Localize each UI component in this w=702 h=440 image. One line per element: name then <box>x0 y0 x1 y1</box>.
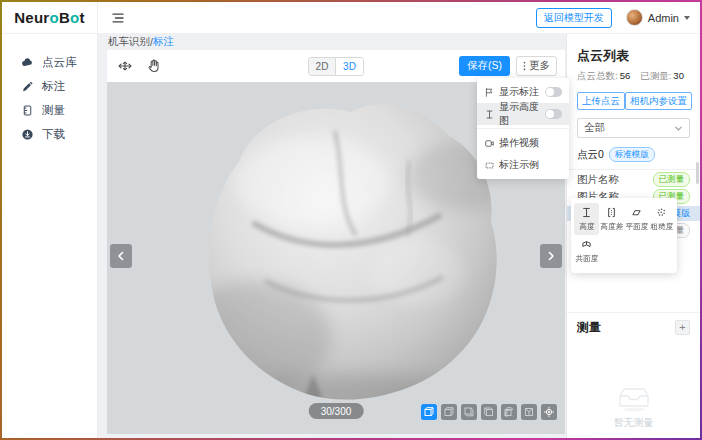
tool-height[interactable]: 高度 <box>574 203 599 235</box>
cloud-icon <box>21 56 34 69</box>
logo: NeuroBot <box>2 2 98 33</box>
prev-image-button[interactable] <box>110 244 132 268</box>
ruler-icon <box>21 104 34 117</box>
user-avatar <box>626 9 643 26</box>
move-tool-icon[interactable] <box>117 58 133 74</box>
dashed-rect-icon <box>484 160 495 171</box>
menu-item-annotation-example[interactable]: 标注示例 <box>477 154 569 176</box>
app-window: NeuroBot 返回模型开发 Admin 点云库 标注 <box>2 2 700 438</box>
view-cube-button-active[interactable] <box>421 404 437 420</box>
image-name: 图片名称 <box>577 173 619 187</box>
chevron-right-icon <box>546 251 556 261</box>
add-measurement-button[interactable]: + <box>675 320 690 335</box>
sidebar-item-label: 标注 <box>42 79 65 94</box>
measure-title: 测量 <box>577 319 601 336</box>
view-mode-toggle: 2D 3D <box>308 57 364 76</box>
sidebar-item-annotate[interactable]: 标注 <box>2 74 97 98</box>
image-list-item[interactable]: 图片名称 已测量 <box>567 172 700 187</box>
upload-pointcloud-button[interactable]: 上传点云 <box>577 92 625 110</box>
sidebar-item-label: 下载 <box>42 127 65 142</box>
cube-icon <box>483 406 495 418</box>
breadcrumb: 机车识别 / 标注 <box>98 34 566 50</box>
header-bar: 返回模型开发 Admin <box>98 2 700 33</box>
sidebar-item-label: 测量 <box>42 103 65 118</box>
menu-item-label: 操作视频 <box>499 136 539 150</box>
vertical-ellipsis-icon <box>523 61 526 71</box>
sidebar-item-download[interactable]: 下载 <box>2 122 97 146</box>
filter-selected-value: 全部 <box>584 121 605 135</box>
flag-icon <box>484 87 495 98</box>
user-menu[interactable]: Admin <box>626 9 690 26</box>
breadcrumb-parent[interactable]: 机车识别 <box>108 35 150 49</box>
chevron-down-icon <box>684 16 690 20</box>
measure-tools-popup: 高度 高度差 平面度 粗糙度 共面度 <box>571 198 677 273</box>
height-ibeam-icon <box>580 206 593 219</box>
menu-item-label: 标注示例 <box>499 158 539 172</box>
view-cube-button-4[interactable] <box>481 404 497 420</box>
list-scrollbar[interactable] <box>696 162 699 184</box>
panel-title: 点云列表 <box>567 47 700 65</box>
top-header: NeuroBot 返回模型开发 Admin <box>2 2 700 34</box>
tool-roughness[interactable]: 粗糙度 <box>649 203 674 235</box>
view-orientation-bar <box>421 404 557 420</box>
save-button[interactable]: 保存(S) <box>459 56 510 76</box>
chevron-left-icon <box>116 251 126 261</box>
tool-height-diff[interactable]: 高度差 <box>599 203 624 235</box>
logo-text: NeuroBot <box>14 9 85 26</box>
menu-item-operation-video[interactable]: 操作视频 <box>477 132 569 154</box>
cube-icon <box>443 406 455 418</box>
view-3d-button[interactable]: 3D <box>336 58 363 75</box>
panel-stats: 点云总数:56 已测量:30 <box>567 70 700 83</box>
menu-item-label: 显示高度图 <box>499 100 541 128</box>
filter-select[interactable]: 全部 <box>577 118 690 138</box>
filter-wrap: 全部 <box>567 110 700 138</box>
empty-state: 暂无测量 <box>567 383 700 438</box>
header-right: 返回模型开发 Admin <box>536 8 690 28</box>
pan-hand-tool-icon[interactable] <box>146 58 162 74</box>
view-2d-button[interactable]: 2D <box>309 58 336 75</box>
height-ibeam-icon <box>484 109 495 120</box>
pointcloud-name: 点云0 <box>577 148 604 162</box>
view-cube-button-2[interactable] <box>441 404 457 420</box>
template-badge: 标准模版 <box>609 147 655 162</box>
more-button[interactable]: 更多 <box>516 56 557 76</box>
user-name: Admin <box>648 12 679 24</box>
sidebar: 点云库 标注 测量 下载 <box>2 34 98 438</box>
panel-buttons: 上传点云 相机内参设置 <box>567 92 700 110</box>
tool-coplanarity[interactable]: 共面度 <box>574 235 599 267</box>
show-heightmap-toggle-off[interactable] <box>545 109 562 119</box>
cube-icon <box>503 406 515 418</box>
show-annotation-toggle-off[interactable] <box>545 87 562 97</box>
pointcloud-item[interactable]: 点云0 标准模版 <box>567 147 700 170</box>
total-stat: 点云总数:56 <box>577 70 630 83</box>
measured-badge: 已测量 <box>653 172 691 187</box>
empty-text: 暂无测量 <box>614 416 654 430</box>
cube-icon <box>463 406 475 418</box>
next-image-button[interactable] <box>540 244 562 268</box>
page-indicator: 30/300 <box>309 403 364 419</box>
height-diff-icon <box>605 206 618 219</box>
menu-item-show-heightmap[interactable]: 显示高度图 <box>477 103 569 125</box>
empty-box-icon <box>614 383 654 413</box>
view-cube-button-3[interactable] <box>461 404 477 420</box>
sidebar-item-pointcloud-library[interactable]: 点云库 <box>2 50 97 74</box>
collapse-menu-icon[interactable] <box>110 10 126 26</box>
more-dropdown-menu: 显示标注 显示高度图 操作视频 标注示例 <box>477 78 569 179</box>
more-button-label: 更多 <box>529 59 550 73</box>
sidebar-item-measure[interactable]: 测量 <box>2 98 97 122</box>
reset-view-button[interactable] <box>541 404 557 420</box>
view-cube-button-6[interactable] <box>521 404 537 420</box>
back-to-model-dev-button[interactable]: 返回模型开发 <box>536 8 612 28</box>
measure-section-header: 测量 + <box>567 312 700 336</box>
roughness-icon <box>655 206 668 219</box>
chevron-down-icon <box>674 124 683 133</box>
tool-flatness[interactable]: 平面度 <box>624 203 649 235</box>
menu-divider <box>477 128 569 129</box>
view-cube-button-5[interactable] <box>501 404 517 420</box>
download-icon <box>21 128 34 141</box>
canvas-tools <box>117 58 162 74</box>
breadcrumb-current: 标注 <box>153 35 174 49</box>
pen-icon <box>21 80 34 93</box>
camera-params-button[interactable]: 相机内参设置 <box>625 92 692 110</box>
cube-icon <box>523 406 535 418</box>
